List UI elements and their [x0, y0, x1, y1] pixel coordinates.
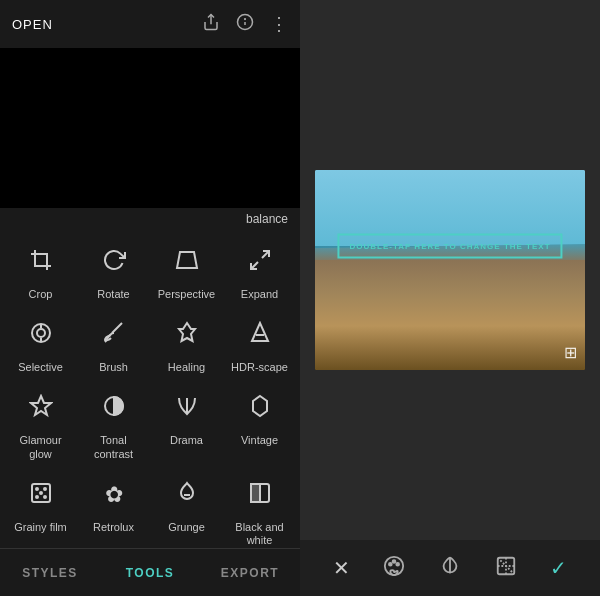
tool-grainy[interactable]: Grainy film — [8, 473, 73, 547]
tool-hdr-label: HDR-scape — [231, 361, 288, 374]
drama-icon — [175, 394, 199, 422]
cancel-button[interactable]: ✕ — [325, 548, 358, 588]
tool-glamour[interactable]: Glamour glow — [8, 386, 73, 460]
tool-perspective[interactable]: Perspective — [154, 240, 219, 301]
text-overlay[interactable]: DOUBLE-TAP HERE TO CHANGE THE TEXT — [337, 234, 562, 259]
more-icon[interactable]: ⋮ — [270, 13, 288, 35]
tool-selective-label: Selective — [18, 361, 63, 374]
svg-point-23 — [40, 492, 42, 494]
tool-hdr[interactable]: HDR-scape — [227, 313, 292, 374]
svg-point-22 — [44, 488, 46, 490]
tools-row-2: Selective Brush — [0, 307, 300, 380]
confirm-button[interactable]: ✓ — [542, 548, 575, 588]
grunge-icon — [175, 481, 199, 509]
tab-styles-label: STYLES — [22, 566, 78, 580]
svg-marker-15 — [31, 396, 51, 415]
rotate-icon — [102, 248, 126, 276]
opacity-button[interactable] — [487, 547, 525, 590]
svg-point-44 — [393, 560, 396, 563]
share-icon[interactable] — [202, 13, 220, 36]
svg-point-24 — [36, 496, 38, 498]
image-placeholder — [0, 48, 300, 208]
tool-grunge-label: Grunge — [168, 521, 205, 534]
bookmark-icon[interactable]: ⊞ — [564, 343, 577, 362]
grainy-icon — [29, 481, 53, 509]
tool-retrolux[interactable]: ✿ Retrolux — [81, 473, 146, 547]
photo-background: DOUBLE-TAP HERE TO CHANGE THE TEXT — [315, 170, 585, 370]
tab-tools-label: TOOLS — [126, 566, 175, 580]
tools-row-3: Glamour glow Tonal contrast — [0, 380, 300, 466]
tool-drama[interactable]: Drama — [154, 386, 219, 460]
svg-point-21 — [36, 488, 38, 490]
retrolux-icon: ✿ — [105, 484, 123, 506]
svg-line-6 — [262, 251, 269, 258]
tool-crop[interactable]: Crop — [8, 240, 73, 301]
tool-tonal-label: Tonal contrast — [81, 434, 146, 460]
tools-grid: Crop Rotate — [0, 230, 300, 548]
palette-button[interactable] — [375, 547, 413, 590]
action-bar: ✕ ✓ — [300, 540, 600, 596]
tool-tonal[interactable]: Tonal contrast — [81, 386, 146, 460]
tool-perspective-label: Perspective — [158, 288, 215, 301]
svg-point-45 — [397, 562, 400, 565]
svg-rect-4 — [35, 254, 47, 266]
tool-vintage-label: Vintage — [241, 434, 278, 447]
crop-icon — [29, 248, 53, 276]
photo-area: DOUBLE-TAP HERE TO CHANGE THE TEXT ⊞ — [300, 0, 600, 540]
tonal-icon — [102, 394, 126, 422]
tool-rotate[interactable]: Rotate — [81, 240, 146, 301]
svg-point-9 — [37, 329, 45, 337]
photo-container: DOUBLE-TAP HERE TO CHANGE THE TEXT ⊞ — [315, 170, 585, 370]
top-bar: OPEN ⋮ — [0, 0, 300, 48]
tool-brush-label: Brush — [99, 361, 128, 374]
svg-line-12 — [112, 323, 122, 333]
photo-land — [315, 260, 585, 370]
tool-selective[interactable]: Selective — [8, 313, 73, 374]
tool-glamour-label: Glamour glow — [8, 434, 73, 460]
svg-point-25 — [44, 496, 46, 498]
tab-export-label: EXPORT — [221, 566, 279, 580]
tool-drama-label: Drama — [170, 434, 203, 447]
svg-point-43 — [389, 562, 392, 565]
svg-marker-19 — [253, 396, 267, 416]
tool-healing[interactable]: Healing — [154, 313, 219, 374]
vintage-icon — [248, 394, 272, 422]
perspective-icon — [175, 248, 199, 276]
brush-icon — [102, 321, 126, 349]
tool-bw[interactable]: Black and white — [227, 473, 292, 547]
selective-icon — [29, 321, 53, 349]
left-panel: OPEN ⋮ balance — [0, 0, 300, 596]
healing-icon — [175, 321, 199, 349]
svg-marker-5 — [177, 252, 197, 268]
tab-tools[interactable]: TOOLS — [100, 566, 200, 580]
tool-crop-label: Crop — [29, 288, 53, 301]
right-panel: DOUBLE-TAP HERE TO CHANGE THE TEXT ⊞ ✕ — [300, 0, 600, 596]
tool-retrolux-label: Retrolux — [93, 521, 134, 534]
tab-export[interactable]: EXPORT — [200, 566, 300, 580]
expand-icon — [248, 248, 272, 276]
balance-label: balance — [0, 208, 300, 230]
info-icon[interactable] — [236, 13, 254, 36]
tool-healing-label: Healing — [168, 361, 205, 374]
tool-expand-label: Expand — [241, 288, 278, 301]
top-icons: ⋮ — [202, 13, 288, 36]
tools-row-1: Crop Rotate — [0, 234, 300, 307]
tool-rotate-label: Rotate — [97, 288, 129, 301]
tool-grainy-label: Grainy film — [14, 521, 67, 534]
tab-styles[interactable]: STYLES — [0, 566, 100, 580]
tools-row-4: Grainy film ✿ Retrolux Grunge — [0, 467, 300, 548]
tool-vintage[interactable]: Vintage — [227, 386, 292, 460]
bottom-tabs: STYLES TOOLS EXPORT — [0, 548, 300, 596]
glamour-icon — [29, 394, 53, 422]
tool-bw-label: Black and white — [227, 521, 292, 547]
svg-marker-13 — [252, 323, 268, 341]
open-button[interactable]: OPEN — [12, 17, 53, 32]
bucket-button[interactable] — [431, 547, 469, 590]
hdr-icon — [248, 321, 272, 349]
tool-grunge[interactable]: Grunge — [154, 473, 219, 547]
bw-icon — [248, 481, 272, 509]
svg-line-7 — [251, 262, 258, 269]
tool-expand[interactable]: Expand — [227, 240, 292, 301]
tool-brush[interactable]: Brush — [81, 313, 146, 374]
